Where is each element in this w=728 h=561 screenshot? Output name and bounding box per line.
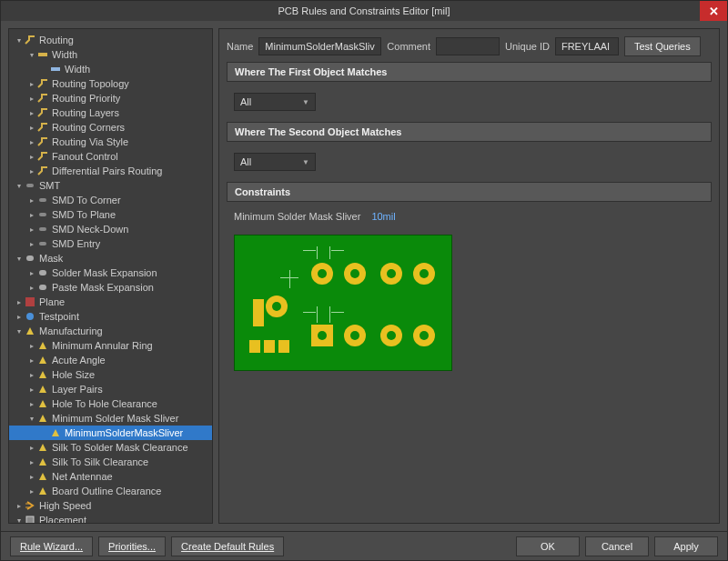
- tree-item[interactable]: ▸Layer Pairs: [9, 382, 212, 396]
- arrow-right-icon[interactable]: ▸: [27, 269, 36, 277]
- width-icon: [36, 49, 49, 60]
- first-object-combo[interactable]: All ▼: [234, 93, 316, 111]
- tree-item[interactable]: ▸Minimum Annular Ring: [9, 338, 212, 353]
- mfg-rule-icon: [36, 486, 49, 496]
- tree-item[interactable]: ▸Hole To Hole Clearance: [9, 396, 212, 411]
- arrow-down-icon[interactable]: ▾: [15, 516, 24, 525]
- tree-item[interactable]: ▸Paste Mask Expansion: [9, 280, 212, 295]
- width-rule-icon: [49, 64, 62, 75]
- arrow-right-icon[interactable]: ▸: [27, 109, 36, 117]
- arrow-right-icon[interactable]: ▸: [27, 371, 36, 379]
- arrow-right-icon[interactable]: ▸: [27, 342, 36, 350]
- mfg-rule-icon: [36, 456, 49, 467]
- arrow-down-icon[interactable]: ▾: [15, 182, 24, 190]
- dialog-footer: Rule Wizard... Priorities... Create Defa…: [1, 531, 727, 560]
- arrow-down-icon[interactable]: ▾: [15, 327, 24, 336]
- arrow-right-icon[interactable]: ▸: [27, 356, 36, 365]
- arrow-down-icon[interactable]: ▾: [27, 415, 36, 423]
- tree-item-label: Routing Topology: [52, 78, 129, 89]
- arrow-right-icon[interactable]: ▸: [27, 211, 36, 219]
- svg-rect-2: [26, 184, 34, 187]
- arrow-down-icon[interactable]: ▾: [15, 36, 24, 45]
- arrow-right-icon[interactable]: ▸: [27, 80, 36, 88]
- tree-item[interactable]: ▾Width: [9, 47, 212, 62]
- constraint-value[interactable]: 10mil: [371, 211, 395, 222]
- cancel-button[interactable]: Cancel: [585, 536, 649, 556]
- close-button[interactable]: ✕: [700, 1, 727, 21]
- apply-button[interactable]: Apply: [654, 536, 718, 556]
- arrow-right-icon[interactable]: ▸: [27, 167, 36, 175]
- tree-item-label: Mask: [39, 253, 63, 264]
- tree-item[interactable]: ▸SMD Neck-Down: [9, 222, 212, 236]
- ok-button[interactable]: OK: [516, 536, 580, 556]
- placement-icon: [24, 515, 36, 524]
- tree-item[interactable]: ▸Testpoint: [9, 309, 212, 324]
- priorities-button[interactable]: Priorities...: [98, 536, 166, 556]
- arrow-right-icon[interactable]: ▸: [27, 444, 36, 452]
- tree-item[interactable]: ▸Routing Via Style: [9, 135, 212, 149]
- tree-item[interactable]: ▸High Speed: [9, 498, 212, 513]
- tree-item[interactable]: ▸Routing Corners: [9, 120, 212, 135]
- arrow-right-icon[interactable]: ▸: [27, 284, 36, 292]
- tree-item[interactable]: Width: [9, 62, 212, 76]
- tree-item[interactable]: ▾Mask: [9, 251, 212, 265]
- arrow-down-icon[interactable]: ▾: [15, 255, 24, 263]
- tree-item[interactable]: MinimumSolderMaskSliver: [9, 426, 212, 440]
- tree-item[interactable]: ▸Silk To Solder Mask Clearance: [9, 440, 212, 455]
- smt-rule-icon: [36, 224, 49, 235]
- tree-item[interactable]: ▸Board Outline Clearance: [9, 484, 212, 498]
- arrow-right-icon[interactable]: ▸: [27, 225, 36, 234]
- arrow-right-icon[interactable]: ▸: [27, 400, 36, 408]
- rule-tree[interactable]: ▾Routing▾WidthWidth▸Routing Topology▸Rou…: [8, 28, 213, 524]
- tree-item-label: Routing Via Style: [52, 136, 128, 147]
- create-default-rules-button[interactable]: Create Default Rules: [171, 536, 284, 556]
- second-object-combo[interactable]: All ▼: [234, 153, 316, 171]
- tree-item[interactable]: ▾Placement: [9, 513, 212, 524]
- tree-item[interactable]: ▾Minimum Solder Mask Sliver: [9, 411, 212, 426]
- tree-item[interactable]: ▸Silk To Silk Clearance: [9, 455, 212, 469]
- arrow-right-icon[interactable]: ▸: [27, 153, 36, 161]
- arrow-right-icon[interactable]: ▸: [15, 298, 24, 306]
- comment-input[interactable]: [436, 37, 500, 55]
- tree-item[interactable]: ▸Routing Priority: [9, 91, 212, 105]
- arrow-right-icon[interactable]: ▸: [15, 502, 24, 510]
- svg-rect-9: [39, 285, 46, 290]
- arrow-right-icon[interactable]: ▸: [27, 138, 36, 146]
- tree-item[interactable]: ▸Routing Layers: [9, 105, 212, 120]
- tree-item[interactable]: ▸Acute Angle: [9, 353, 212, 367]
- tree-item[interactable]: ▸SMD To Plane: [9, 207, 212, 222]
- tree-item[interactable]: ▸Hole Size: [9, 367, 212, 382]
- arrow-right-icon[interactable]: ▸: [27, 473, 36, 481]
- tree-item[interactable]: ▾Routing: [9, 33, 212, 47]
- mfg-rule-icon: [36, 471, 49, 482]
- tree-item[interactable]: ▸Routing Topology: [9, 76, 212, 91]
- tree-item[interactable]: ▸Fanout Control: [9, 149, 212, 164]
- arrow-right-icon[interactable]: ▸: [27, 487, 36, 496]
- tree-item-label: SMD Neck-Down: [52, 224, 128, 235]
- tree-item[interactable]: ▾SMT: [9, 178, 212, 193]
- tree-item[interactable]: ▸Solder Mask Expansion: [9, 265, 212, 280]
- tree-item[interactable]: ▸SMD To Corner: [9, 193, 212, 207]
- name-input[interactable]: [258, 37, 381, 55]
- tree-item[interactable]: ▸Plane: [9, 295, 212, 309]
- arrow-right-icon[interactable]: ▸: [27, 386, 36, 394]
- tree-item[interactable]: ▾Manufacturing: [9, 324, 212, 338]
- arrow-down-icon[interactable]: ▾: [27, 51, 36, 59]
- testpoint-icon: [24, 311, 36, 322]
- section-constraints: Constraints: [227, 182, 712, 202]
- rule-wizard-button[interactable]: Rule Wizard...: [10, 536, 93, 556]
- arrow-right-icon[interactable]: ▸: [27, 124, 36, 132]
- arrow-right-icon[interactable]: ▸: [27, 458, 36, 466]
- arrow-right-icon[interactable]: ▸: [27, 196, 36, 205]
- arrow-right-icon[interactable]: ▸: [27, 240, 36, 248]
- tree-item-label: Testpoint: [39, 311, 79, 322]
- tree-item-label: Routing: [39, 35, 74, 45]
- tree-item[interactable]: ▸SMD Entry: [9, 236, 212, 251]
- tree-item[interactable]: ▸Net Antennae: [9, 469, 212, 484]
- tree-item[interactable]: ▸Differential Pairs Routing: [9, 164, 212, 178]
- arrow-right-icon[interactable]: ▸: [15, 313, 24, 321]
- arrow-right-icon[interactable]: ▸: [27, 95, 36, 103]
- test-queries-button[interactable]: Test Queries: [624, 36, 701, 56]
- header-row: Name Comment Unique ID Test Queries: [227, 36, 712, 56]
- uniqueid-input[interactable]: [555, 37, 619, 55]
